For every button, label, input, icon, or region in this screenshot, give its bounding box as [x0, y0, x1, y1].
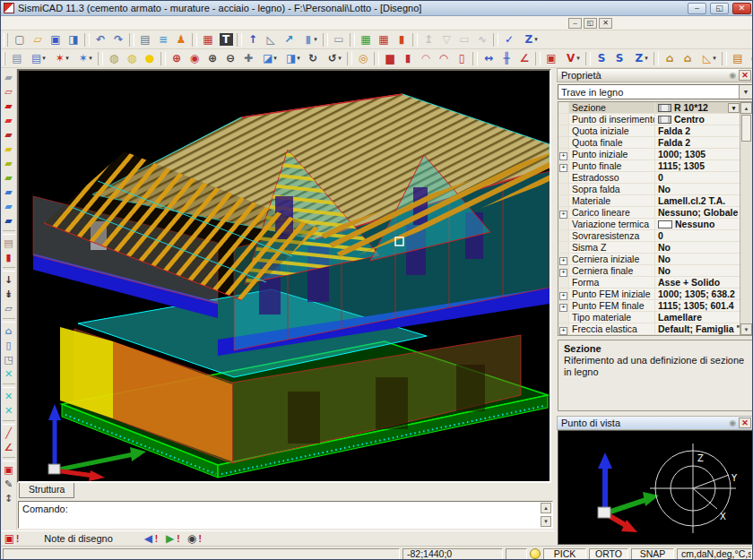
- close-button[interactable]: ✕: [732, 3, 751, 14]
- close-panel-icon[interactable]: ✕: [739, 418, 751, 428]
- draw-note-icon[interactable]: ▣ !: [3, 532, 19, 545]
- database-table-icon[interactable]: ▤▾: [136, 31, 154, 47]
- roof-tool-icon[interactable]: ◠▾: [435, 50, 453, 66]
- property-row[interactable]: Punto iniziale 1000; 1305 ▾: [558, 149, 740, 160]
- expand-box[interactable]: [558, 172, 569, 183]
- thermal-column-icon[interactable]: ▮▾: [393, 31, 411, 47]
- point-load-icon[interactable]: ↓: [1, 273, 16, 288]
- beam-olive-icon[interactable]: ▰: [1, 157, 16, 171]
- tab-struttura[interactable]: Struttura: [19, 483, 74, 498]
- view-plane-icon[interactable]: ◪▾: [257, 50, 281, 66]
- pan-icon[interactable]: ✚▾: [239, 50, 257, 66]
- property-row[interactable]: Sovraresistenza 0 ▾: [558, 230, 740, 242]
- toolbar-button[interactable]: ▾: [192, 33, 197, 47]
- property-row[interactable]: Quota iniziale Falda 2 ▾: [558, 125, 740, 137]
- expand-box[interactable]: [558, 149, 569, 159]
- undo-icon[interactable]: ↶▾: [91, 31, 109, 47]
- steel-z-icon[interactable]: Z▾: [628, 50, 652, 66]
- layer-filter-icon[interactable]: ✶▾: [73, 50, 96, 66]
- section-view-icon[interactable]: ◺▾: [262, 31, 280, 47]
- property-row[interactable]: Freccia elastica Default; Famiglia "L ▾: [558, 323, 740, 335]
- toolbar-button[interactable]: ▾: [160, 52, 166, 65]
- pillar-tool-icon[interactable]: ▮▾: [399, 50, 417, 66]
- beam-gray-icon[interactable]: ▰: [1, 71, 16, 85]
- orto-toggle[interactable]: ORTO: [589, 548, 628, 560]
- menu-item[interactable]: [741, 22, 753, 24]
- toolbar-button[interactable]: ▾: [472, 52, 478, 65]
- dim-linear-icon[interactable]: ↔▾: [480, 50, 498, 66]
- expand-box[interactable]: [558, 207, 569, 218]
- steel-beam-icon[interactable]: S▾: [593, 50, 610, 66]
- command-input[interactable]: Comando: ▲ ▼: [18, 501, 553, 529]
- toolbar-button[interactable]: [3, 420, 15, 425]
- property-row[interactable]: Cerniera finale No ▾: [558, 265, 740, 277]
- wall-tool-icon[interactable]: ▆▾: [381, 50, 399, 66]
- find-icon[interactable]: ◎▾: [354, 50, 372, 66]
- orbit-icon[interactable]: ↻▾: [304, 50, 322, 66]
- expand-box[interactable]: [558, 265, 569, 276]
- expand-box[interactable]: [558, 137, 569, 148]
- mdi-minimize-button[interactable]: –: [568, 18, 582, 29]
- wind-load-icon[interactable]: V▾: [560, 50, 584, 66]
- save-notes-icon[interactable]: ▣: [1, 463, 16, 478]
- toolbar-button[interactable]: [3, 318, 15, 323]
- truss-node-icon[interactable]: ⌂▾: [679, 50, 697, 66]
- menu-item[interactable]: [679, 22, 691, 24]
- property-row[interactable]: Carico lineare Nessuno; Globale ▾: [558, 207, 740, 219]
- toolbar-button[interactable]: [3, 457, 15, 461]
- expand-box[interactable]: [558, 102, 569, 113]
- lamp-on-icon[interactable]: ●▾: [141, 50, 159, 66]
- truss-icon[interactable]: ⌂▾: [661, 50, 679, 66]
- beam-red-marked-icon[interactable]: ▰: [1, 128, 16, 142]
- layers-icon[interactable]: ▤▾: [8, 50, 26, 66]
- view-3d-icon[interactable]: ◨▾: [281, 50, 304, 66]
- menu-item[interactable]: [628, 22, 641, 24]
- menu-item[interactable]: [716, 22, 729, 24]
- draw-line-icon[interactable]: ╱: [1, 426, 16, 441]
- truss-roof-icon[interactable]: ⌂: [1, 324, 16, 339]
- pick-toggle[interactable]: PICK: [543, 548, 586, 560]
- beam-yellow-icon[interactable]: ▰: [1, 142, 16, 157]
- chimney-tool-icon[interactable]: ▯▾: [453, 50, 471, 66]
- scroll-up-icon[interactable]: ▲: [740, 102, 752, 114]
- pin-tool-icon[interactable]: ↥▾: [420, 31, 437, 47]
- orbit-free-icon[interactable]: ↺▾: [322, 50, 345, 66]
- linetype-icon[interactable]: Z▾: [518, 31, 541, 47]
- toolbar-button[interactable]: ▾: [412, 33, 418, 47]
- table-export-icon[interactable]: ▦▾: [357, 31, 375, 47]
- expand-box[interactable]: [558, 323, 569, 334]
- arch-tool-icon[interactable]: ◠▾: [417, 50, 435, 66]
- stone-icon[interactable]: ●▾: [747, 50, 753, 66]
- beam-green-icon[interactable]: ▰: [1, 171, 16, 185]
- property-row[interactable]: Quota finale Falda 2 ▾: [558, 137, 740, 149]
- menu-item[interactable]: [704, 22, 716, 24]
- toolbar-button[interactable]: [3, 383, 15, 388]
- toolbar-button[interactable]: ▾: [585, 52, 591, 65]
- toolbar-button[interactable]: ▾: [237, 33, 242, 47]
- panel-edit-icon[interactable]: ◳: [1, 353, 16, 367]
- lamp-half-icon[interactable]: ◍▾: [123, 50, 141, 66]
- structure-link-icon[interactable]: ↗▾: [280, 31, 298, 47]
- expand-box[interactable]: [558, 289, 569, 299]
- expand-box[interactable]: [558, 254, 569, 264]
- menu-item[interactable]: [691, 22, 704, 24]
- materials-db-icon[interactable]: ▦▾: [199, 31, 217, 47]
- expand-box[interactable]: [558, 300, 569, 311]
- property-row[interactable]: Punto finale 1115; 1305 ▾: [558, 160, 740, 172]
- curve-tool-icon[interactable]: ∿▾: [473, 31, 491, 47]
- toolbar-grip[interactable]: [4, 52, 5, 65]
- draw-polyline-icon[interactable]: ∠: [1, 441, 16, 455]
- toolbar-grip[interactable]: [4, 33, 8, 47]
- steel-column-icon[interactable]: S▾: [610, 50, 628, 66]
- toolbar-button[interactable]: [3, 267, 15, 271]
- expand-box[interactable]: [558, 114, 569, 125]
- erase-text-icon[interactable]: ✕: [1, 390, 16, 404]
- note-prev-icon[interactable]: ◀!: [142, 532, 158, 545]
- user-preferences-icon[interactable]: ♟▾: [172, 31, 190, 47]
- expand-box[interactable]: [558, 160, 569, 171]
- property-row[interactable]: Cerniera iniziale No ▾: [558, 254, 740, 265]
- toolbar-button[interactable]: ▾: [84, 33, 90, 47]
- expand-box[interactable]: [558, 195, 569, 206]
- expand-box[interactable]: [558, 125, 569, 136]
- line-load-icon[interactable]: ↡: [1, 288, 16, 302]
